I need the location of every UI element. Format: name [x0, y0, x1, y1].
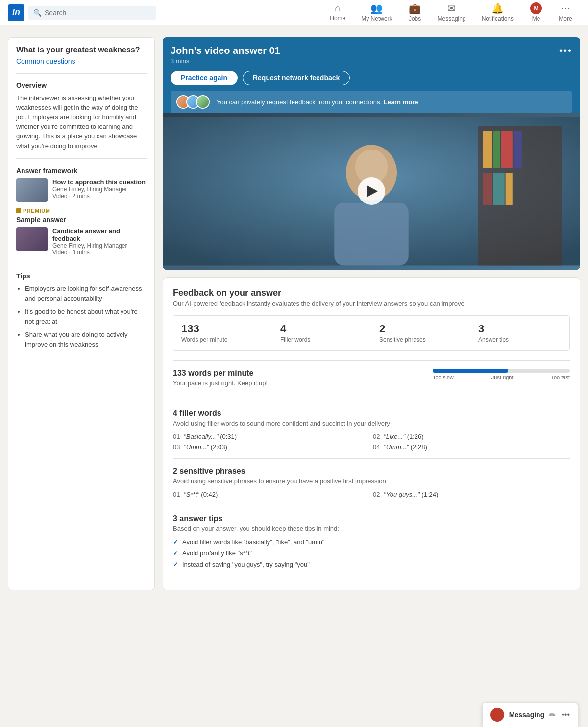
svg-rect-7 — [493, 173, 505, 205]
tips-list: Employers are looking for self-awareness… — [16, 284, 147, 349]
video1-thumbnail — [16, 178, 48, 202]
video-card: John's video answer 01 3 mins ••• Practi… — [163, 37, 580, 270]
stat-tips-number: 3 — [478, 323, 562, 335]
sensitive-item-2: 02 "You guys..." (1:24) — [373, 491, 570, 498]
logo-text: in — [12, 7, 20, 18]
divider-2 — [16, 158, 147, 159]
common-questions-link[interactable]: Common questions — [16, 57, 75, 65]
stat-tips: 3 Answer tips — [470, 316, 569, 350]
filler-subtext: Avoid using filler words to sound more c… — [173, 420, 570, 427]
nav-jobs[interactable]: 💼 Jobs — [400, 0, 430, 25]
wpm-subtext: Your pace is just right. Keep it up! — [173, 379, 423, 387]
video2-meta: Video · 3 mins — [52, 249, 147, 256]
filler-time-4: (2:28) — [411, 443, 427, 451]
filler-item-4: 04 "Umm..." (2:28) — [373, 443, 570, 451]
pace-bar — [433, 369, 570, 373]
svg-rect-2 — [483, 131, 492, 168]
feedback-subtitle: Our AI-powered feedback instantly evalua… — [173, 300, 570, 307]
filler-word-4: "Umm..." — [384, 443, 409, 451]
filler-num-4: 04 — [373, 443, 380, 451]
practice-again-button[interactable]: Practice again — [171, 71, 238, 85]
stat-filler: 4 Filler words — [272, 316, 371, 350]
search-input[interactable] — [45, 9, 151, 17]
answer-tips-label-text: answer tips — [179, 514, 222, 523]
tip-item-1: ✓ Avoid filler words like "basically", "… — [173, 538, 570, 546]
messaging-nav-icon: ✉ — [447, 2, 456, 14]
video-duration: 3 mins — [171, 57, 280, 65]
video-thumbnail[interactable] — [163, 113, 580, 270]
video1-author: Gene Finley, Hiring Manager — [52, 186, 146, 193]
video1-info: How to approach this question Gene Finle… — [52, 178, 146, 200]
video1-meta: Video · 2 mins — [52, 193, 146, 200]
feedback-title: Feedback on your answer — [173, 288, 570, 298]
sensitive-label-text: sensitive phrases — [179, 467, 245, 475]
video2-thumb-img — [16, 227, 48, 251]
feedback-bar-text: You can privately request feedback from … — [217, 99, 566, 106]
check-icon-2: ✓ — [173, 550, 178, 557]
nav-notifications-label: Notifications — [482, 15, 514, 22]
filler-num-1: 01 — [173, 433, 180, 440]
filler-num-2: 02 — [373, 433, 380, 440]
video2-title: Candidate answer and feedback — [52, 227, 147, 242]
answer-framework-title: Answer framework — [16, 167, 147, 175]
avatar-3 — [196, 95, 210, 109]
filler-num-3: 03 — [173, 443, 180, 451]
tip-text-3: Instead of saying "you guys", try saying… — [182, 561, 310, 568]
wpm-number: 133 — [173, 369, 186, 377]
sensitive-grid: 01 "S**t" (0:42) 02 "You guys..." (1:24) — [173, 491, 570, 498]
nav-more[interactable]: ⋯ More — [551, 0, 580, 25]
sensitive-word-2: "You guys..." — [384, 491, 420, 498]
video1-title: How to approach this question — [52, 178, 146, 186]
nav-notifications[interactable]: 🔔 Notifications — [474, 0, 521, 25]
search-bar[interactable]: 🔍 — [28, 6, 156, 20]
linkedin-logo[interactable]: in — [8, 4, 24, 21]
video-actions: Practice again Request network feedback — [163, 65, 580, 91]
sensitive-heading: 2 sensitive phrases — [173, 467, 570, 476]
nav-home[interactable]: ⌂ Home — [322, 0, 353, 25]
filler-item-3: 03 "Umm..." (2:03) — [173, 443, 370, 451]
play-icon — [367, 185, 378, 197]
sample-video[interactable]: Candidate answer and feedback Gene Finle… — [16, 227, 147, 256]
filler-time-3: (2:03) — [211, 443, 227, 451]
nav-messaging[interactable]: ✉ Messaging — [430, 0, 474, 25]
video-more-button[interactable]: ••• — [559, 45, 572, 56]
play-button[interactable] — [358, 177, 385, 205]
overview-text: The interviewer is assessing whether you… — [16, 93, 147, 150]
wpm-heading: 133 words per minute — [173, 369, 423, 377]
stat-filler-number: 4 — [280, 323, 363, 335]
stat-filler-label: Filler words — [280, 336, 363, 343]
check-icon-3: ✓ — [173, 561, 178, 568]
tip-item-3: ✓ Instead of saying "you guys", try sayi… — [173, 561, 570, 568]
nav-home-label: Home — [330, 15, 345, 22]
pace-visual: Too slow Just right Too fast — [433, 369, 570, 380]
premium-icon — [16, 208, 21, 213]
svg-rect-11 — [334, 203, 408, 266]
feedback-bar: You can privately request feedback from … — [171, 91, 572, 113]
sensitive-num-1: 01 — [173, 491, 180, 498]
interview-question: What is your greatest weakness? — [16, 46, 147, 54]
video2-author: Gene Finley, Hiring Manager — [52, 242, 147, 249]
filler-time-1: (0:31) — [220, 433, 237, 440]
sample-answer-title: Sample answer — [16, 216, 147, 224]
learn-more-link[interactable]: Learn more — [384, 99, 418, 106]
jobs-icon: 💼 — [409, 2, 421, 14]
answer-tips-subtext: Based on your answer, you should keep th… — [173, 525, 570, 532]
pace-label-right: Just right — [491, 375, 514, 380]
filler-count: 4 — [173, 409, 177, 417]
premium-badge: PREMIUM — [16, 208, 147, 214]
sidebar: What is your greatest weakness? Common q… — [8, 37, 155, 590]
nav-network[interactable]: 👥 My Network — [353, 0, 400, 25]
sensitive-time-1: (0:42) — [201, 491, 218, 498]
nav-me[interactable]: M Me — [521, 0, 551, 25]
tips-title: Tips — [16, 272, 147, 280]
request-feedback-button[interactable]: Request network feedback — [243, 71, 350, 85]
stat-wpm: 133 Words per minute — [173, 316, 272, 350]
home-icon: ⌂ — [335, 2, 341, 14]
feedback-bar-msg: You can privately request feedback from … — [217, 99, 382, 106]
main-content: John's video answer 01 3 mins ••• Practi… — [163, 37, 580, 590]
filler-grid: 01 "Basically..." (0:31) 02 "Like..." (1… — [173, 433, 570, 451]
avatar: M — [530, 2, 542, 14]
svg-rect-3 — [493, 131, 500, 168]
sensitive-item-1: 01 "S**t" (0:42) — [173, 491, 370, 498]
framework-video[interactable]: How to approach this question Gene Finle… — [16, 178, 147, 202]
